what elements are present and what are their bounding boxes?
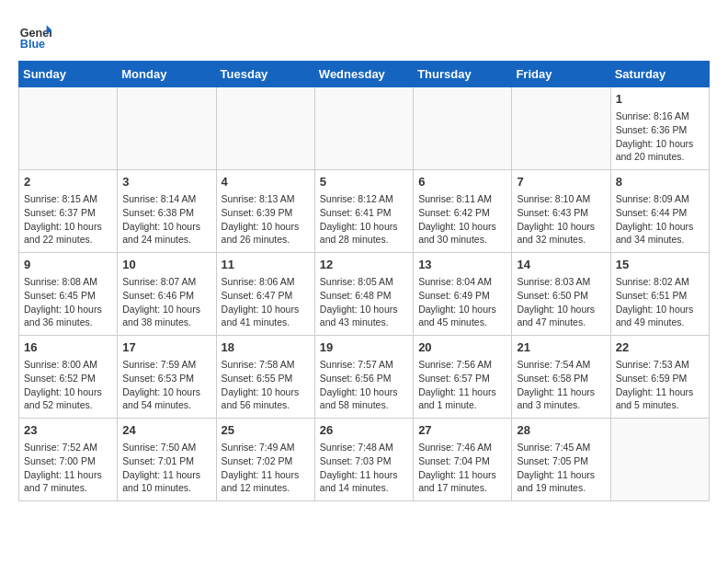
day-number: 23 bbox=[24, 422, 112, 439]
calendar-cell: 3Sunrise: 8:14 AM Sunset: 6:38 PM Daylig… bbox=[118, 170, 216, 253]
header-sunday: Sunday bbox=[19, 62, 118, 87]
day-number: 6 bbox=[418, 174, 506, 190]
day-info: Sunrise: 7:53 AM Sunset: 6:59 PM Dayligh… bbox=[616, 358, 704, 412]
day-number: 16 bbox=[24, 339, 112, 356]
day-info: Sunrise: 8:04 AM Sunset: 6:49 PM Dayligh… bbox=[418, 275, 506, 329]
day-info: Sunrise: 8:06 AM Sunset: 6:47 PM Dayligh… bbox=[222, 275, 310, 329]
day-number: 11 bbox=[222, 257, 310, 273]
calendar-cell: 21Sunrise: 7:54 AM Sunset: 6:58 PM Dayli… bbox=[512, 336, 610, 419]
calendar-week-row: 9Sunrise: 8:08 AM Sunset: 6:45 PM Daylig… bbox=[19, 253, 710, 336]
header-tuesday: Tuesday bbox=[216, 62, 314, 87]
calendar-cell: 4Sunrise: 8:13 AM Sunset: 6:39 PM Daylig… bbox=[216, 170, 314, 253]
day-number: 17 bbox=[122, 339, 210, 356]
page-header: General Blue bbox=[18, 18, 710, 52]
calendar-cell bbox=[610, 419, 709, 501]
day-info: Sunrise: 8:12 AM Sunset: 6:41 PM Dayligh… bbox=[320, 192, 408, 247]
calendar-cell: 12Sunrise: 8:05 AM Sunset: 6:48 PM Dayli… bbox=[314, 253, 413, 336]
day-info: Sunrise: 7:57 AM Sunset: 6:56 PM Dayligh… bbox=[320, 358, 408, 412]
calendar-cell: 27Sunrise: 7:46 AM Sunset: 7:04 PM Dayli… bbox=[414, 419, 512, 501]
day-number: 27 bbox=[418, 422, 506, 439]
calendar-cell: 20Sunrise: 7:56 AM Sunset: 6:57 PM Dayli… bbox=[414, 336, 512, 419]
logo-icon: General Blue bbox=[18, 18, 51, 52]
calendar-table: SundayMondayTuesdayWednesdayThursdayFrid… bbox=[18, 61, 710, 501]
day-info: Sunrise: 8:11 AM Sunset: 6:42 PM Dayligh… bbox=[418, 192, 506, 247]
calendar-week-row: 2Sunrise: 8:15 AM Sunset: 6:37 PM Daylig… bbox=[19, 170, 710, 253]
calendar-cell: 25Sunrise: 7:49 AM Sunset: 7:02 PM Dayli… bbox=[216, 419, 314, 501]
day-number: 2 bbox=[24, 174, 112, 190]
calendar-cell: 7Sunrise: 8:10 AM Sunset: 6:43 PM Daylig… bbox=[512, 170, 610, 253]
calendar-cell: 17Sunrise: 7:59 AM Sunset: 6:53 PM Dayli… bbox=[118, 336, 216, 419]
header-thursday: Thursday bbox=[414, 62, 512, 87]
calendar-week-row: 1Sunrise: 8:16 AM Sunset: 6:36 PM Daylig… bbox=[19, 87, 710, 170]
calendar-cell: 2Sunrise: 8:15 AM Sunset: 6:37 PM Daylig… bbox=[19, 170, 118, 253]
calendar-cell: 15Sunrise: 8:02 AM Sunset: 6:51 PM Dayli… bbox=[610, 253, 709, 336]
calendar-cell: 23Sunrise: 7:52 AM Sunset: 7:00 PM Dayli… bbox=[19, 419, 118, 501]
day-info: Sunrise: 7:46 AM Sunset: 7:04 PM Dayligh… bbox=[418, 441, 506, 495]
calendar-cell: 22Sunrise: 7:53 AM Sunset: 6:59 PM Dayli… bbox=[610, 336, 709, 419]
day-number: 22 bbox=[616, 339, 704, 356]
day-info: Sunrise: 8:05 AM Sunset: 6:48 PM Dayligh… bbox=[320, 275, 408, 329]
day-number: 9 bbox=[24, 257, 112, 273]
calendar-cell bbox=[19, 87, 118, 170]
calendar-week-row: 23Sunrise: 7:52 AM Sunset: 7:00 PM Dayli… bbox=[19, 419, 710, 501]
day-number: 13 bbox=[418, 257, 506, 273]
day-number: 19 bbox=[320, 339, 408, 356]
day-info: Sunrise: 8:09 AM Sunset: 6:44 PM Dayligh… bbox=[616, 192, 704, 247]
day-info: Sunrise: 8:03 AM Sunset: 6:50 PM Dayligh… bbox=[517, 275, 605, 329]
calendar-cell: 19Sunrise: 7:57 AM Sunset: 6:56 PM Dayli… bbox=[314, 336, 413, 419]
day-info: Sunrise: 8:10 AM Sunset: 6:43 PM Dayligh… bbox=[517, 192, 605, 247]
calendar-cell: 24Sunrise: 7:50 AM Sunset: 7:01 PM Dayli… bbox=[118, 419, 216, 501]
calendar-cell bbox=[512, 87, 610, 170]
day-info: Sunrise: 8:15 AM Sunset: 6:37 PM Dayligh… bbox=[24, 192, 112, 247]
day-info: Sunrise: 7:49 AM Sunset: 7:02 PM Dayligh… bbox=[222, 441, 310, 495]
day-number: 15 bbox=[616, 257, 704, 273]
day-number: 24 bbox=[122, 422, 210, 439]
day-info: Sunrise: 8:08 AM Sunset: 6:45 PM Dayligh… bbox=[24, 275, 112, 329]
day-info: Sunrise: 8:00 AM Sunset: 6:52 PM Dayligh… bbox=[24, 358, 112, 412]
day-number: 8 bbox=[616, 174, 704, 190]
calendar-cell bbox=[314, 87, 413, 170]
day-number: 12 bbox=[320, 257, 408, 273]
day-info: Sunrise: 7:58 AM Sunset: 6:55 PM Dayligh… bbox=[222, 358, 310, 412]
day-number: 10 bbox=[122, 257, 210, 273]
calendar-cell bbox=[414, 87, 512, 170]
day-number: 4 bbox=[222, 174, 310, 190]
header-friday: Friday bbox=[512, 62, 610, 87]
calendar-cell: 1Sunrise: 8:16 AM Sunset: 6:36 PM Daylig… bbox=[610, 87, 709, 170]
day-info: Sunrise: 7:54 AM Sunset: 6:58 PM Dayligh… bbox=[517, 358, 605, 412]
day-number: 28 bbox=[517, 422, 605, 439]
day-number: 1 bbox=[616, 91, 704, 108]
calendar-cell: 10Sunrise: 8:07 AM Sunset: 6:46 PM Dayli… bbox=[118, 253, 216, 336]
calendar-cell bbox=[216, 87, 314, 170]
calendar-cell bbox=[118, 87, 216, 170]
calendar-cell: 13Sunrise: 8:04 AM Sunset: 6:49 PM Dayli… bbox=[414, 253, 512, 336]
day-info: Sunrise: 7:59 AM Sunset: 6:53 PM Dayligh… bbox=[122, 358, 210, 412]
calendar-cell: 28Sunrise: 7:45 AM Sunset: 7:05 PM Dayli… bbox=[512, 419, 610, 501]
calendar-cell: 26Sunrise: 7:48 AM Sunset: 7:03 PM Dayli… bbox=[314, 419, 413, 501]
day-info: Sunrise: 7:48 AM Sunset: 7:03 PM Dayligh… bbox=[320, 441, 408, 495]
header-saturday: Saturday bbox=[610, 62, 709, 87]
calendar-cell: 9Sunrise: 8:08 AM Sunset: 6:45 PM Daylig… bbox=[19, 253, 118, 336]
day-info: Sunrise: 8:02 AM Sunset: 6:51 PM Dayligh… bbox=[616, 275, 704, 329]
calendar-cell: 18Sunrise: 7:58 AM Sunset: 6:55 PM Dayli… bbox=[216, 336, 314, 419]
day-number: 25 bbox=[222, 422, 310, 439]
logo: General Blue bbox=[18, 18, 55, 52]
day-number: 20 bbox=[418, 339, 506, 356]
day-number: 5 bbox=[320, 174, 408, 190]
header-monday: Monday bbox=[118, 62, 216, 87]
day-info: Sunrise: 7:50 AM Sunset: 7:01 PM Dayligh… bbox=[122, 441, 210, 495]
calendar-header-row: SundayMondayTuesdayWednesdayThursdayFrid… bbox=[19, 62, 710, 87]
day-info: Sunrise: 7:45 AM Sunset: 7:05 PM Dayligh… bbox=[517, 441, 605, 495]
day-info: Sunrise: 8:16 AM Sunset: 6:36 PM Dayligh… bbox=[616, 109, 704, 164]
day-info: Sunrise: 7:52 AM Sunset: 7:00 PM Dayligh… bbox=[24, 441, 112, 495]
calendar-week-row: 16Sunrise: 8:00 AM Sunset: 6:52 PM Dayli… bbox=[19, 336, 710, 419]
calendar-cell: 11Sunrise: 8:06 AM Sunset: 6:47 PM Dayli… bbox=[216, 253, 314, 336]
day-number: 26 bbox=[320, 422, 408, 439]
day-info: Sunrise: 8:13 AM Sunset: 6:39 PM Dayligh… bbox=[222, 192, 310, 247]
header-wednesday: Wednesday bbox=[314, 62, 413, 87]
day-number: 18 bbox=[222, 339, 310, 356]
day-info: Sunrise: 8:14 AM Sunset: 6:38 PM Dayligh… bbox=[122, 192, 210, 247]
calendar-cell: 8Sunrise: 8:09 AM Sunset: 6:44 PM Daylig… bbox=[610, 170, 709, 253]
day-info: Sunrise: 7:56 AM Sunset: 6:57 PM Dayligh… bbox=[418, 358, 506, 412]
svg-text:Blue: Blue bbox=[20, 38, 45, 51]
